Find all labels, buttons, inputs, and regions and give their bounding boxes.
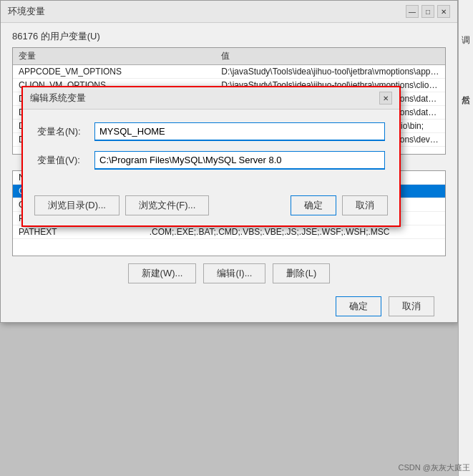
edit-title: 编辑系统变量 <box>30 92 86 105</box>
table-row[interactable]: PATHEXT.COM;.EXE;.BAT;.CMD;.VBS;.VBE;.JS… <box>13 225 445 239</box>
col-header-val: 值 <box>215 48 445 65</box>
var-value-label: 变量值(V): <box>37 154 94 167</box>
titlebar-controls: — □ ✕ <box>406 5 450 18</box>
new-btn[interactable]: 新建(W)... <box>128 263 197 283</box>
var-value-row: 变量值(V): <box>37 151 385 170</box>
table-row[interactable]: APPCODE_VM_OPTIONSD:\javaStudy\Tools\ide… <box>13 65 445 79</box>
minimize-btn[interactable]: — <box>406 5 419 18</box>
var-value-input[interactable] <box>94 151 385 170</box>
edit-body: 变量名(N): 变量值(V): <box>23 110 399 190</box>
val-cell: .COM;.EXE;.BAT;.CMD;.VBS;.VBE;.JS;.JSE;.… <box>144 225 445 239</box>
var-name-row: 变量名(N): <box>37 122 385 141</box>
var-name-input[interactable] <box>94 122 385 141</box>
edit-close-btn[interactable]: ✕ <box>379 92 392 105</box>
ok-btn[interactable]: 确定 <box>336 296 381 316</box>
env-titlebar: 环境变量 — □ ✕ <box>1 1 457 23</box>
var-cell: PATHEXT <box>13 225 144 239</box>
maximize-btn[interactable]: □ <box>421 5 434 18</box>
right-sidebar: 调 然后 <box>458 0 473 476</box>
edit-action-buttons: 浏览目录(D)... 浏览文件(F)... 确定 取消 <box>23 190 399 225</box>
close-btn[interactable]: ✕ <box>437 5 450 18</box>
edit-btn[interactable]: 编辑(I)... <box>203 263 265 283</box>
var-cell: APPCODE_VM_OPTIONS <box>13 65 215 79</box>
edit-dialog: 编辑系统变量 ✕ 变量名(N): 变量值(V): 浏览目录(D)... 浏览文件… <box>21 86 401 227</box>
browse-file-btn[interactable]: 浏览文件(F)... <box>125 195 209 215</box>
edit-cancel-btn[interactable]: 取消 <box>342 195 388 215</box>
browse-dir-btn[interactable]: 浏览目录(D)... <box>34 195 120 215</box>
watermark: CSDN @灰灰大庭王 <box>399 462 470 473</box>
env-title: 环境变量 <box>8 5 45 18</box>
env-main-buttons: 确定 取消 <box>12 291 446 322</box>
sys-action-buttons: 新建(W)... 编辑(I)... 删除(L) <box>12 263 446 283</box>
delete-btn[interactable]: 删除(L) <box>273 263 330 283</box>
val-cell: D:\javaStudy\Tools\idea\jihuo-tool\jetbr… <box>215 65 445 79</box>
cancel-btn[interactable]: 取消 <box>389 296 434 316</box>
edit-titlebar: 编辑系统变量 ✕ <box>23 87 399 110</box>
user-vars-label: 86176 的用户变量(U) <box>12 30 446 43</box>
col-header-var: 变量 <box>13 48 215 65</box>
edit-ok-btn[interactable]: 确定 <box>291 195 336 215</box>
var-name-label: 变量名(N): <box>37 125 94 138</box>
